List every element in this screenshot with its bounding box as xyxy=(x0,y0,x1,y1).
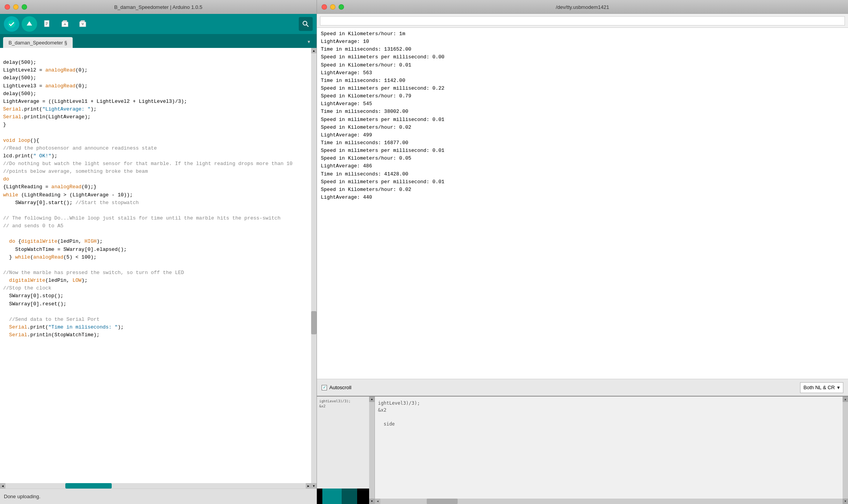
serial-line-15: Speed in milimeters per millisecond: 0.0… xyxy=(321,147,844,155)
new-file-icon xyxy=(43,20,51,28)
nl-cr-dropdown-icon: ▾ xyxy=(837,385,840,390)
status-bar: Done uploading. xyxy=(0,489,317,504)
left-window-title: B_daman_Speedometer | Arduino 1.0.5 xyxy=(114,4,202,10)
right-maximize-button[interactable] xyxy=(339,4,344,10)
svg-line-12 xyxy=(307,25,308,27)
horizontal-scrollbar[interactable]: ◀ ▶ xyxy=(0,483,311,489)
serial-line-4: Speed in Kilometers/hour: 0.01 xyxy=(321,61,844,69)
scroll-right-arrow[interactable]: ▶ xyxy=(306,483,311,489)
upload-button[interactable] xyxy=(22,16,37,32)
svg-point-11 xyxy=(303,21,307,25)
right-window-title: /dev/tty.usbmodem1421 xyxy=(556,4,609,10)
bottom-vscroll-down[interactable]: ▼ xyxy=(843,499,848,504)
teal-block-1 xyxy=(322,489,342,504)
vertical-scrollbar[interactable]: ▲ ▼ xyxy=(311,48,317,489)
search-icon xyxy=(302,20,309,27)
code-content: delay(500); LightLevel2 = analogRead(0);… xyxy=(0,51,317,347)
autoscroll-label: Autoscroll xyxy=(329,385,351,390)
serial-line-16: Speed in Kilometers/hour: 0.05 xyxy=(321,155,844,162)
maximize-button[interactable] xyxy=(22,4,27,10)
preview-scroll-up[interactable]: ▲ xyxy=(369,397,375,402)
save-button[interactable] xyxy=(75,16,90,32)
teal-block-2 xyxy=(342,489,357,504)
serial-line-17: LightAverage: 486 xyxy=(321,162,844,170)
new-button[interactable] xyxy=(39,16,55,32)
bottom-hscroll-thumb[interactable] xyxy=(427,499,458,504)
bottom-split-pane: ightLevel3)/3); &x2 ▲ ▼ ightLevel3)/3); … xyxy=(317,396,848,504)
scrollbar-thumb[interactable] xyxy=(311,311,317,334)
tab-dropdown-button[interactable]: ▾ xyxy=(304,37,313,46)
serial-line-19: Speed in milimeters per millisecond: 0.0… xyxy=(321,178,844,186)
right-close-button[interactable] xyxy=(322,4,327,10)
h-scrollbar-thumb[interactable] xyxy=(65,483,112,489)
editor-tab[interactable]: B_daman_Speedometer § xyxy=(3,37,73,48)
arduino-ide-window: B_daman_Speedometer | Arduino 1.0.5 xyxy=(0,0,317,504)
bottom-right-code-text: ightLevel3)/3); &x2 side xyxy=(378,400,845,427)
serial-line-11: Speed in milimeters per millisecond: 0.0… xyxy=(321,116,844,124)
tab-label: B_daman_Speedometer § xyxy=(9,40,67,46)
open-icon xyxy=(61,20,69,28)
right-minimize-button[interactable] xyxy=(330,4,335,10)
search-button[interactable] xyxy=(299,17,313,31)
serial-line-13: LightAverage: 499 xyxy=(321,131,844,139)
serial-line-2: Time in miliseconds: 131652.00 xyxy=(321,46,844,53)
verify-button[interactable] xyxy=(4,16,19,32)
left-title-bar: B_daman_Speedometer | Arduino 1.0.5 xyxy=(0,0,317,14)
serial-line-8: Speed in Kilometers/hour: 0.79 xyxy=(321,92,844,100)
serial-line-0: Speed in Kilometers/hour: 1m xyxy=(321,30,844,38)
close-button[interactable] xyxy=(5,4,10,10)
status-text: Done uploading. xyxy=(4,494,41,499)
scroll-down-arrow[interactable]: ▼ xyxy=(311,483,317,489)
serial-line-5: LightAverage: 563 xyxy=(321,69,844,77)
autoscroll-control[interactable]: ✓ Autoscroll xyxy=(322,385,351,390)
right-title-bar: /dev/tty.usbmodem1421 xyxy=(317,0,848,14)
toolbar xyxy=(0,14,317,34)
bottom-vscroll-up[interactable]: ▲ xyxy=(843,397,848,402)
serial-line-12: Speed in Kilometers/hour: 0.02 xyxy=(321,124,844,131)
code-editor[interactable]: delay(500); LightLevel2 = analogRead(0);… xyxy=(0,48,317,489)
serial-line-14: Time in miliseconds: 16877.00 xyxy=(321,139,844,147)
serial-line-21: LightAverage: 440 xyxy=(321,194,844,201)
bottom-right-code: ightLevel3)/3); &x2 side ◀ ▶ ▲ ▼ xyxy=(375,397,848,504)
upload-icon xyxy=(25,20,34,28)
bottom-vscrollbar[interactable]: ▲ ▼ xyxy=(843,397,848,504)
preview-scroll-down[interactable]: ▼ xyxy=(369,499,375,504)
serial-monitor-window: /dev/tty.usbmodem1421 Speed in Kilometer… xyxy=(317,0,848,504)
open-button[interactable] xyxy=(57,16,73,32)
serial-input-bar xyxy=(317,14,848,28)
scroll-up-arrow[interactable]: ▲ xyxy=(311,48,317,53)
serial-line-20: Speed in Kilometers/hour: 0.02 xyxy=(321,186,844,194)
minimize-button[interactable] xyxy=(13,4,19,10)
svg-point-0 xyxy=(8,20,15,28)
tab-bar: B_daman_Speedometer § ▾ xyxy=(0,34,317,48)
serial-line-9: LightAverage: 545 xyxy=(321,100,844,108)
serial-line-1: LightAverage: 10 xyxy=(321,38,844,46)
right-window-controls xyxy=(322,4,344,10)
preview-scrollbar[interactable]: ▲ ▼ xyxy=(369,397,375,504)
serial-bottom-bar: ✓ Autoscroll Both NL & CR ▾ xyxy=(317,379,848,396)
bottom-left-preview: ightLevel3)/3); &x2 ▲ ▼ xyxy=(317,397,375,504)
serial-line-18: Time in miliseconds: 41428.00 xyxy=(321,170,844,178)
verify-icon xyxy=(7,20,16,28)
bottom-code-preview: ightLevel3)/3); &x2 xyxy=(317,397,375,411)
serial-line-6: Time in miliseconds: 1142.00 xyxy=(321,77,844,85)
serial-line-3: Speed in milimeters per millisecond: 0.0… xyxy=(321,53,844,61)
scroll-left-arrow[interactable]: ◀ xyxy=(0,483,5,489)
window-controls xyxy=(5,4,27,10)
serial-input-field[interactable] xyxy=(320,16,845,26)
autoscroll-checkbox[interactable]: ✓ xyxy=(322,385,327,390)
serial-line-7: Speed in milimeters per millisecond: 0.2… xyxy=(321,85,844,92)
nl-cr-label: Both NL & CR xyxy=(804,385,835,390)
bottom-hscrollbar[interactable]: ◀ ▶ xyxy=(375,499,848,504)
serial-output: Speed in Kilometers/hour: 1m LightAverag… xyxy=(317,28,848,379)
nl-cr-select[interactable]: Both NL & CR ▾ xyxy=(800,382,843,393)
save-icon xyxy=(78,20,87,28)
bottom-scroll-left[interactable]: ◀ xyxy=(375,499,380,504)
serial-line-10: Time in miliseconds: 38002.00 xyxy=(321,108,844,116)
